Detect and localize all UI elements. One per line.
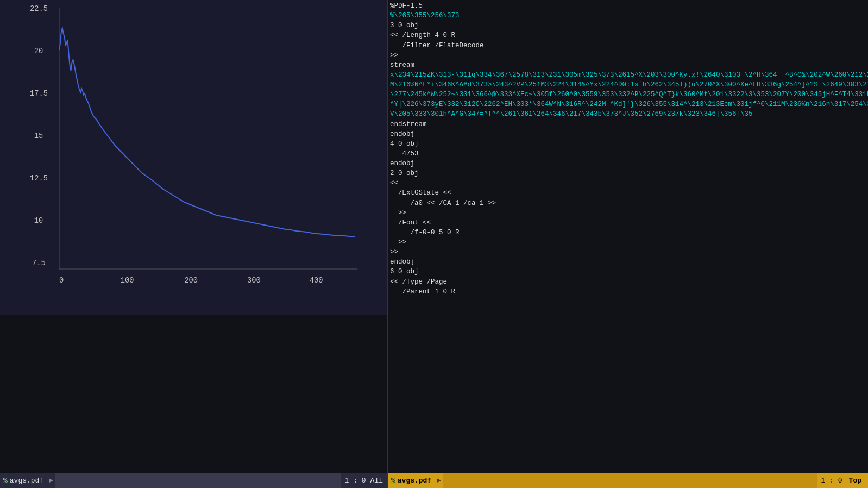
pdf-line: endstream — [390, 120, 866, 129]
left-status-filename-area: % avgs.pdf — [0, 477, 47, 485]
svg-text:0: 0 — [59, 276, 64, 285]
pdf-line: ^Y|\226\373yE\332\312C\2262^EH\303*\364W… — [390, 99, 866, 109]
pdf-line: 2 0 obj — [390, 168, 866, 178]
svg-text:100: 100 — [121, 276, 134, 285]
left-status-bar: % avgs.pdf ► 1 : 0 All — [0, 473, 388, 488]
pdf-line: /f-0-0 5 0 R — [390, 228, 866, 237]
pdf-line: << /Length 4 0 R — [390, 30, 866, 40]
chart-lower-area — [0, 315, 387, 473]
pdf-line: >> — [390, 237, 866, 247]
svg-text:15: 15 — [34, 132, 43, 140]
svg-text:200: 200 — [184, 276, 198, 285]
right-status-filename-area: % avgs.pdf — [388, 477, 435, 485]
right-status-top: Top — [847, 477, 864, 485]
bottom-status-row: % avgs.pdf ► 1 : 0 All % avgs.pdf ► 1 : … — [0, 473, 868, 488]
pdf-line: stream — [390, 60, 866, 70]
pdf-line: >> — [390, 247, 866, 257]
pdf-line: >> — [390, 208, 866, 218]
right-status-bar: % avgs.pdf ► 1 : 0 Top — [388, 473, 868, 488]
main-area: 22.5 20 17.5 15 12.5 10 7.5 0 100 200 30… — [0, 0, 868, 473]
pdf-line: V\205\333\301h^A^G\347=^T^^\261\361\264\… — [390, 109, 866, 119]
pdf-line: endobj — [390, 129, 866, 139]
pdf-line: %PDF-1.5 — [390, 1, 866, 11]
svg-text:20: 20 — [34, 47, 43, 55]
pdf-line: 4 0 obj — [390, 139, 866, 149]
pdf-line: /Font << — [390, 218, 866, 228]
right-status-position: 1 : 0 — [821, 477, 842, 485]
svg-text:12.5: 12.5 — [30, 174, 48, 183]
pdf-line: \277\245k^W\252~\331\366^@\333^XEc~\305f… — [390, 90, 866, 99]
left-status-mid — [55, 473, 341, 488]
right-panel: %PDF-1.5%\265\355\256\3733 0 obj<< /Leng… — [388, 0, 868, 473]
svg-text:17.5: 17.5 — [30, 89, 48, 98]
chart-svg: 22.5 20 17.5 15 12.5 10 7.5 0 100 200 30… — [30, 5, 360, 293]
right-percent-sign: % — [391, 477, 395, 485]
pdf-line: /ExtGState << — [390, 188, 866, 198]
pdf-line: /Parent 1 0 R — [390, 287, 866, 297]
pdf-line: x\234\215ZK\313-\311q\334\367\2578\313\2… — [390, 70, 866, 80]
left-status-all: All — [370, 477, 383, 485]
pdf-line: /Filter /FlateDecode — [390, 41, 866, 51]
pdf-line: endobj — [390, 257, 866, 267]
chart-line — [59, 28, 355, 237]
svg-text:10: 10 — [34, 216, 43, 225]
pdf-line: << — [390, 178, 866, 188]
right-status-right: 1 : 0 Top — [817, 477, 868, 485]
left-status-position: 1 : 0 — [345, 477, 366, 485]
pdf-line: %\265\355\256\373 — [390, 11, 866, 21]
right-status-filename: avgs.pdf — [398, 477, 431, 485]
pdf-line: 4753 — [390, 149, 866, 159]
right-status-mid — [443, 473, 817, 488]
svg-text:300: 300 — [247, 276, 261, 285]
left-panel: 22.5 20 17.5 15 12.5 10 7.5 0 100 200 30… — [0, 0, 388, 473]
left-status-arrow: ► — [47, 477, 55, 485]
left-status-right: 1 : 0 All — [341, 477, 387, 485]
left-status-filename: avgs.pdf — [10, 477, 43, 485]
pdf-line: 3 0 obj — [390, 21, 866, 30]
pdf-content[interactable]: %PDF-1.5%\265\355\256\3733 0 obj<< /Leng… — [388, 0, 868, 473]
pdf-line: >> — [390, 51, 866, 60]
chart-area: 22.5 20 17.5 15 12.5 10 7.5 0 100 200 30… — [0, 0, 387, 315]
svg-text:22.5: 22.5 — [30, 5, 48, 13]
right-status-arrow: ► — [435, 477, 443, 485]
pdf-line: M\216%N^L*i\346K^A#d\373>\243^?VP\251M3\… — [390, 80, 866, 90]
pdf-line: 6 0 obj — [390, 267, 866, 277]
svg-text:400: 400 — [310, 276, 323, 285]
pdf-line: /a0 << /CA 1 /ca 1 >> — [390, 198, 866, 208]
pdf-line: endobj — [390, 159, 866, 168]
pdf-line: << /Type /Page — [390, 277, 866, 287]
left-percent-sign: % — [3, 477, 8, 485]
svg-text:7.5: 7.5 — [32, 259, 46, 267]
